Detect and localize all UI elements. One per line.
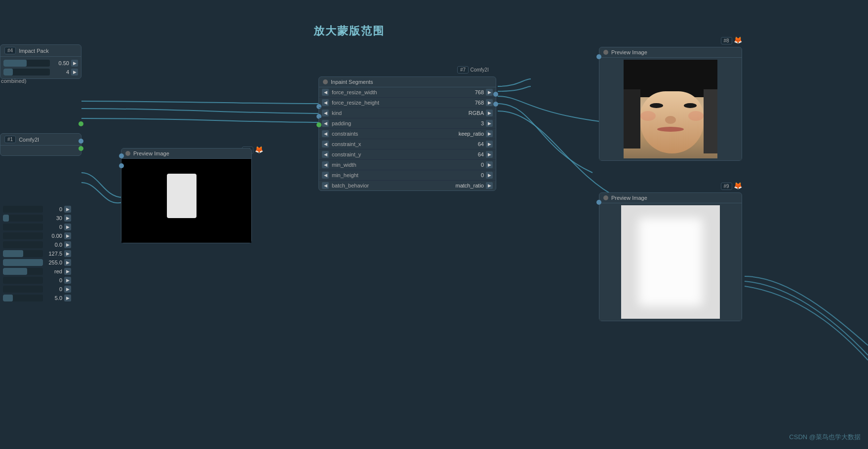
node-1-title: Comfy2I — [19, 137, 39, 143]
preview-right-top-node: #8 🦊 Preview Image — [599, 47, 742, 161]
slider-0-3[interactable]: 0 ▶ — [0, 276, 74, 285]
param-force-resize-height: ◀ force_resize_height 768 ▶ — [319, 98, 496, 108]
preview-right-bottom-title: Preview Image — [611, 195, 647, 201]
hair-right — [704, 89, 718, 153]
node-6-emoji: 🦊 — [255, 146, 263, 153]
slider-red[interactable]: red ▶ — [0, 267, 74, 276]
face-image-wrapper — [599, 58, 742, 160]
preview-middle-dot — [125, 151, 130, 156]
inpaint-params: ◀ force_resize_width 768 ▶ ◀ force_resiz… — [319, 87, 496, 190]
param-constraints: ◀ constraints keep_ratio ▶ — [319, 129, 496, 139]
node-8-badge: #8 — [721, 37, 732, 44]
preview-right-bottom-header: Preview Image — [599, 193, 742, 203]
mask-bottom-wrapper — [599, 203, 742, 321]
param-constraint-y: ◀ constraint_y 64 ▶ — [319, 150, 496, 160]
preview-middle-port-left-2 — [119, 163, 124, 168]
param-arrow-left-bb[interactable]: ◀ — [322, 182, 329, 189]
node-9-badge-area: #9 🦊 — [721, 182, 742, 189]
mask-bottom-image — [621, 205, 720, 319]
node-9-badge: #9 — [721, 183, 732, 190]
param-arrow-right-mw[interactable]: ▶ — [486, 161, 493, 168]
mask-bottom-blur — [638, 218, 703, 306]
preview-right-top-title: Preview Image — [611, 49, 647, 55]
preview-right-top-header: Preview Image — [599, 47, 742, 58]
slider-value-4: 4 — [52, 69, 69, 75]
node-9-emoji: 🦊 — [734, 182, 742, 189]
preview-right-bottom-container: Preview Image — [599, 192, 742, 321]
cheek-right — [688, 111, 703, 121]
port-right-green — [79, 121, 83, 126]
face-image — [624, 60, 717, 158]
preview-right-top-dot — [603, 50, 608, 55]
combined-label: combined) — [1, 78, 26, 84]
param-arrow-right-cy[interactable]: ▶ — [486, 151, 493, 158]
param-arrow-left-frh[interactable]: ◀ — [322, 99, 329, 106]
slider-arrow-right-4[interactable]: ▶ — [71, 69, 78, 75]
node-4-badge: #4 — [4, 47, 16, 54]
slider-0.00[interactable]: 0.00 ▶ — [0, 231, 74, 240]
param-kind: ◀ kind RGBA ▶ — [319, 108, 496, 118]
preview-middle-port-left — [119, 153, 124, 158]
slider-255.0[interactable]: 255.0 ▶ — [0, 258, 74, 267]
preview-right-top-container: Preview Image — [599, 47, 742, 161]
param-constraint-x: ◀ constraint_x 64 ▶ — [319, 139, 496, 150]
preview-right-bottom-dot — [603, 195, 608, 200]
slider-30[interactable]: 30 ▶ — [0, 214, 74, 223]
param-arrow-left-frw[interactable]: ◀ — [322, 89, 329, 96]
param-arrow-right-cx[interactable]: ▶ — [486, 141, 493, 148]
node-4-header: #4 Impact Pack — [0, 45, 81, 57]
param-arrow-right-frh[interactable]: ▶ — [486, 99, 493, 106]
param-arrow-right-kind[interactable]: ▶ — [486, 110, 493, 116]
slider-value-0.50: 0.50 — [52, 60, 69, 66]
slider-0.0[interactable]: 0.0 ▶ — [0, 240, 74, 249]
param-min-width: ◀ min_width 0 ▶ — [319, 160, 496, 170]
preview-right-top-port-left — [596, 54, 601, 59]
param-arrow-right-padding[interactable]: ▶ — [486, 120, 493, 127]
node-1-header: #1 Comfy2I — [0, 134, 81, 146]
mask-image-container — [121, 159, 251, 243]
slider-row-4[interactable]: 4 ▶ — [0, 68, 81, 76]
param-arrow-left-cy[interactable]: ◀ — [322, 151, 329, 158]
slider-row-0.50[interactable]: 0.50 ▶ — [0, 59, 81, 68]
slider-127.5[interactable]: 127.5 ▶ — [0, 249, 74, 258]
node-1-comfy2i: #1 Comfy2I — [0, 133, 81, 156]
node-1-port-right — [79, 139, 83, 144]
node-8-badge-area: #8 🦊 — [721, 36, 742, 44]
hair-left — [624, 89, 640, 149]
slider-0-4[interactable]: 0 ▶ — [0, 285, 74, 294]
node-7-badge-area: #7 Comfy2I — [457, 66, 489, 73]
slider-track-4 — [3, 69, 50, 75]
slider-arrow-right[interactable]: ▶ — [71, 60, 78, 67]
param-arrow-left-constraints[interactable]: ◀ — [322, 130, 329, 137]
preview-middle-title: Preview Image — [133, 150, 169, 156]
slider-0-2[interactable]: 0 ▶ — [0, 223, 74, 231]
inpaint-header: Inpaint Segments — [319, 77, 496, 87]
nose — [665, 116, 676, 124]
slider-0[interactable]: 0 ▶ — [0, 205, 74, 214]
slider-5.0[interactable]: 5.0 ▶ — [0, 294, 74, 302]
inpaint-dot — [323, 79, 328, 84]
node-4-impact-pack: #4 Impact Pack 0.50 ▶ 4 ▶ — [0, 44, 81, 79]
preview-right-bottom-node: #9 🦊 Preview Image — [599, 192, 742, 321]
watermark: CSDN @菜鸟也学大数据 — [789, 433, 861, 442]
param-arrow-right-constraints[interactable]: ▶ — [486, 130, 493, 137]
node-4-title: Impact Pack — [19, 48, 49, 54]
param-arrow-left-kind[interactable]: ◀ — [322, 110, 329, 116]
param-arrow-right-bb[interactable]: ▶ — [486, 182, 493, 189]
param-arrow-right-frw[interactable]: ▶ — [486, 89, 493, 96]
param-arrow-left-padding[interactable]: ◀ — [322, 120, 329, 127]
param-arrow-right-mh[interactable]: ▶ — [486, 172, 493, 179]
param-arrow-left-mh[interactable]: ◀ — [322, 172, 329, 179]
eye-left — [650, 103, 663, 108]
inpaint-title: Inpaint Segments — [331, 79, 373, 85]
param-arrow-left-cx[interactable]: ◀ — [322, 141, 329, 148]
cheek-left — [640, 111, 655, 121]
node-1-port-right-2 — [79, 146, 83, 151]
canvas-background: 放大蒙版范围 #4 Impact Pack — [0, 0, 868, 449]
preview-middle-header: Preview Image — [121, 149, 251, 159]
inpaint-segments-node: #7 Comfy2I Inpaint Segments ◀ force_resi… — [318, 76, 496, 191]
slider-track — [3, 60, 50, 67]
param-min-height: ◀ min_height 0 ▶ — [319, 170, 496, 181]
param-arrow-left-mw[interactable]: ◀ — [322, 161, 329, 168]
node-1-badge: #1 — [4, 136, 16, 143]
